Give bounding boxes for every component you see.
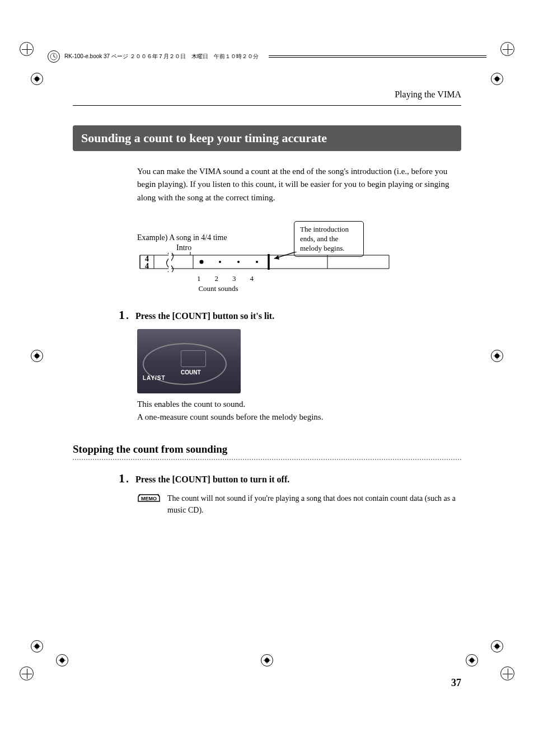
diagram-example-label: Example) A song in 4/4 time — [137, 233, 227, 242]
header-clock-icon — [48, 50, 60, 63]
reg-circle-icon — [261, 654, 273, 666]
reg-circle-icon — [491, 350, 503, 362]
reg-circle-icon — [31, 350, 43, 362]
intro-paragraph: You can make the VIMA sound a count at t… — [137, 165, 461, 204]
svg-point-45 — [237, 261, 240, 263]
memo-text: The count will not sound if you're playi… — [167, 492, 461, 516]
page-number: 37 — [451, 677, 461, 689]
step-1: 1. Press the [COUNT] button so it's lit. — [119, 308, 461, 322]
step-instruction: Press the [COUNT] button to turn it off. — [135, 475, 289, 485]
reg-circle-icon — [491, 640, 503, 652]
reg-circle-icon — [491, 73, 503, 85]
timing-diagram: Example) A song in 4/4 time Intro The in… — [137, 221, 461, 294]
play-stop-label: LAY/ST — [143, 375, 166, 381]
dotted-rule — [73, 459, 461, 460]
subsection-title: Stopping the count from sounding — [73, 443, 461, 456]
step-dot-icon: . — [126, 310, 129, 322]
diagram-intro-label: Intro — [176, 243, 191, 252]
diagram-count-sounds-label: Count sounds — [160, 284, 277, 293]
step-body-line-2: A one-measure count sounds before the me… — [137, 411, 461, 424]
header-rule — [73, 105, 461, 106]
reg-circle-icon — [466, 654, 478, 666]
svg-marker-48 — [274, 255, 279, 260]
registration-mark-bottom-right — [500, 666, 514, 680]
svg-point-44 — [219, 261, 221, 263]
registration-mark-top-left — [20, 42, 34, 56]
header-bar: RK-100-e.book 37 ページ ２００６年７月２０日 木曜日 午前１０… — [48, 50, 486, 63]
step-body-line-1: This enables the count to sound. — [137, 398, 461, 411]
registration-mark-top-right — [500, 42, 514, 56]
step-number: 1 — [119, 471, 125, 486]
registration-mark-bottom-left — [20, 666, 34, 680]
diagram-count-numbers: 1234 — [197, 274, 268, 283]
memo-icon: MEMO — [137, 492, 161, 504]
section-title: Sounding a count to keep your timing acc… — [73, 125, 461, 151]
reg-circle-icon — [31, 640, 43, 652]
reg-circle-icon — [56, 654, 68, 666]
page-content: Playing the VIMA Sounding a count to kee… — [73, 90, 461, 644]
step-body: This enables the count to sound. A one-m… — [137, 398, 461, 424]
svg-line-29 — [54, 57, 55, 58]
step-number: 1 — [119, 308, 125, 322]
memo-note: MEMO The count will not sound if you're … — [137, 492, 461, 516]
svg-point-46 — [256, 261, 258, 263]
step-instruction: Press the [COUNT] button so it's lit. — [135, 311, 274, 321]
svg-rect-40 — [168, 253, 171, 272]
svg-point-43 — [200, 260, 204, 264]
step-dot-icon: . — [126, 473, 129, 485]
running-head: Playing the VIMA — [73, 90, 461, 100]
reg-circle-icon — [31, 73, 43, 85]
product-photo-count-button: COUNT LAY/ST — [137, 329, 241, 393]
count-button-label: COUNT — [181, 369, 201, 375]
header-filename: RK-100-e.book 37 ページ ２００６年７月２０日 木曜日 午前１０… — [64, 53, 259, 60]
count-button-icon — [181, 350, 206, 367]
step-2: 1. Press the [COUNT] button to turn it o… — [119, 471, 461, 486]
svg-text:MEMO: MEMO — [141, 496, 157, 501]
svg-text:4: 4 — [145, 262, 149, 270]
